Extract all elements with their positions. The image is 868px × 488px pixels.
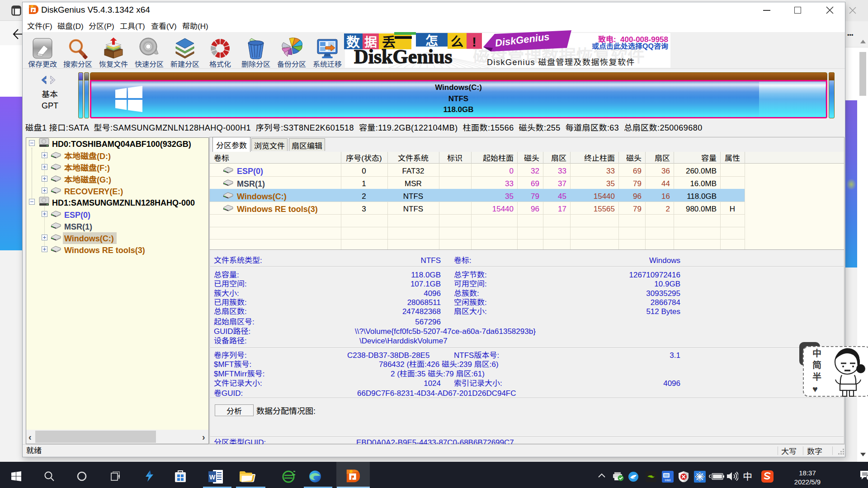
svg-text:intel: intel: [665, 479, 671, 482]
svg-text:W: W: [209, 474, 216, 481]
